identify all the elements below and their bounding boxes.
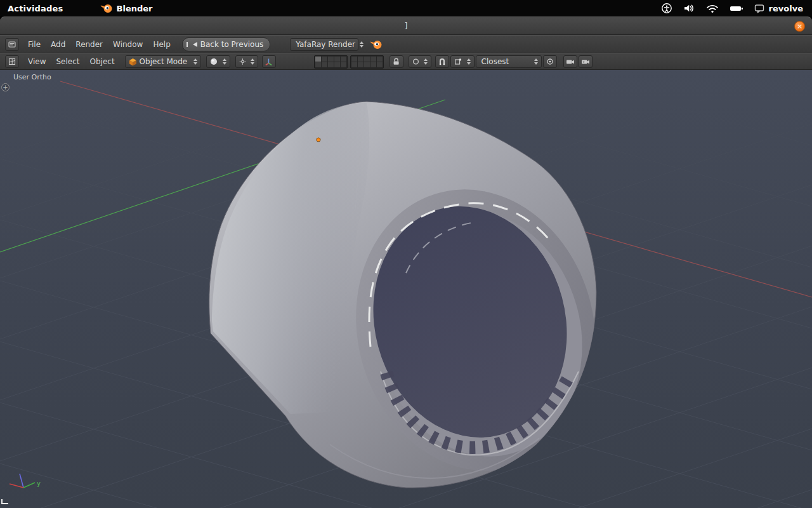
info-editor-icon <box>8 41 16 48</box>
viewport-region[interactable]: y User Ortho + <box>0 70 812 508</box>
layers-grid-2[interactable] <box>350 55 384 69</box>
back-button-label: Back to Previous <box>200 40 264 49</box>
window-title: ] <box>0 17 812 34</box>
session-label: revolve <box>769 4 803 13</box>
shading-sphere-icon <box>210 58 218 65</box>
lock-to-scene-button[interactable] <box>390 55 403 68</box>
window-titlebar[interactable]: ] × <box>0 17 812 35</box>
snap-toggle-button[interactable] <box>435 55 449 68</box>
opengl-render-button[interactable] <box>563 55 577 68</box>
pivot-point-dropdown[interactable] <box>235 55 258 68</box>
blender-logo-icon <box>100 3 113 13</box>
menu-select[interactable]: Select <box>51 57 84 66</box>
activities-button[interactable]: Actividades <box>0 4 71 13</box>
snap-element-dropdown[interactable] <box>450 55 475 68</box>
layer-cell[interactable] <box>328 62 334 67</box>
dropdown-arrows-icon <box>221 58 226 65</box>
volume-icon[interactable] <box>683 3 695 13</box>
layer-cell[interactable] <box>334 57 340 62</box>
layer-cell[interactable] <box>315 62 321 67</box>
battery-icon[interactable] <box>730 4 743 13</box>
chat-bubble-icon <box>754 4 764 13</box>
manipulator-axis-icon <box>265 58 273 66</box>
opengl-render-anim-button[interactable] <box>579 55 593 68</box>
dropdown-arrows-icon <box>249 58 254 65</box>
proportional-circle-icon <box>412 58 419 65</box>
wifi-icon[interactable] <box>706 4 719 13</box>
layer-cell[interactable] <box>377 57 383 62</box>
snap-target-icon <box>546 58 554 65</box>
layer-cell[interactable] <box>358 62 363 67</box>
render-camera-icon <box>566 58 575 65</box>
model-object[interactable] <box>209 102 627 498</box>
mode-dropdown[interactable]: Object Mode <box>125 55 201 68</box>
viewport-shading-dropdown[interactable] <box>206 55 230 68</box>
dropdown-arrows-icon <box>192 58 197 65</box>
menu-view[interactable]: View <box>23 57 51 66</box>
gizmo-y-label: y <box>37 480 41 487</box>
system-bar-left: Actividades Blender <box>0 3 153 13</box>
snap-target-button[interactable] <box>543 55 557 68</box>
dropdown-arrows-icon <box>358 41 363 48</box>
layer-cell[interactable] <box>328 57 334 62</box>
layer-cell[interactable] <box>358 57 363 62</box>
menu-add[interactable]: Add <box>46 40 70 49</box>
menu-file[interactable]: File <box>23 40 46 49</box>
view3d-editor-type-button[interactable] <box>5 55 19 68</box>
back-to-previous-button[interactable]: Back to Previous <box>182 37 271 51</box>
gizmo-x-axis <box>10 484 23 488</box>
dropdown-arrows-icon <box>532 58 538 65</box>
menu-object[interactable]: Object <box>85 57 120 66</box>
snap-mode-dropdown[interactable]: Closest <box>476 55 542 68</box>
layer-cell[interactable] <box>341 62 346 67</box>
dropdown-arrows-icon <box>465 58 471 65</box>
layer-cell[interactable] <box>364 57 370 62</box>
region-expand-button[interactable]: + <box>1 83 10 91</box>
view-orientation-label: User Ortho <box>13 73 51 81</box>
layer-cell[interactable] <box>341 57 346 62</box>
layers-grid-1[interactable] <box>314 55 348 69</box>
layer-cell[interactable] <box>315 57 321 62</box>
menu-help[interactable]: Help <box>148 40 175 49</box>
app-title-group[interactable]: Blender <box>100 3 153 13</box>
session-menu[interactable]: revolve <box>754 4 803 13</box>
info-editor-type-button[interactable] <box>5 38 19 51</box>
corner-marks <box>1 499 8 504</box>
back-arrow-icon <box>193 42 197 47</box>
grid-line <box>0 490 812 508</box>
close-icon: × <box>797 23 802 30</box>
accessibility-icon[interactable] <box>661 3 672 14</box>
layer-cell[interactable] <box>370 57 376 62</box>
mini-axis-gizmo: y <box>10 474 41 488</box>
layer-cell[interactable] <box>364 62 370 67</box>
grid-line <box>0 70 812 84</box>
app-title: Blender <box>117 4 153 13</box>
proportional-edit-dropdown[interactable] <box>409 55 431 68</box>
layer-cell[interactable] <box>370 62 376 67</box>
gizmo-z-axis <box>20 474 23 488</box>
object-mode-cube-icon <box>129 58 137 66</box>
magnet-icon <box>438 58 446 65</box>
mode-value: Object Mode <box>140 57 188 66</box>
layer-cell[interactable] <box>334 62 340 67</box>
layer-cell[interactable] <box>322 57 327 62</box>
render-camera-anim-icon <box>581 58 590 65</box>
layer-cell[interactable] <box>377 62 383 67</box>
layer-cell[interactable] <box>322 62 327 67</box>
layer-cell[interactable] <box>351 57 357 62</box>
gizmo-y-axis <box>23 483 35 488</box>
system-bar-right: revolve <box>661 3 812 14</box>
snap-mode-value: Closest <box>480 57 509 66</box>
manipulator-toggle-button[interactable] <box>262 55 276 68</box>
view3d-header: View Select Object Object Mode <box>0 53 812 70</box>
layer-cell[interactable] <box>351 62 357 67</box>
render-engine-dropdown[interactable]: YafaRay Render <box>290 38 358 51</box>
view3d-editor-icon <box>8 58 16 65</box>
window-close-button[interactable]: × <box>794 21 805 32</box>
dropdown-arrows-icon <box>422 58 428 65</box>
object-origin-dot <box>317 138 320 142</box>
menu-render[interactable]: Render <box>70 40 108 49</box>
viewport-canvas[interactable]: y <box>0 70 812 508</box>
lock-icon <box>393 58 400 65</box>
menu-window[interactable]: Window <box>108 40 148 49</box>
